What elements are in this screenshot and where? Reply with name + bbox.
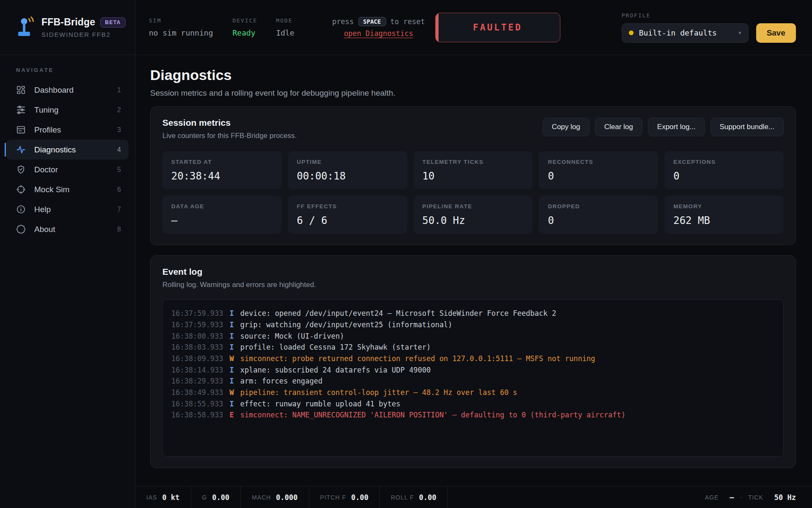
crosshair-icon — [16, 185, 26, 194]
metric-label: DROPPED — [548, 203, 649, 210]
mode-value: Idle — [276, 28, 294, 37]
sidebar-item-doctor[interactable]: Doctor 5 — [6, 160, 129, 179]
metric-exceptions: EXCEPTIONS 0 — [664, 151, 784, 189]
profile-select[interactable]: Built-in defaults ▾ — [622, 23, 749, 43]
metric-label: PIPELINE RATE — [422, 203, 524, 210]
metric-data-age: DATA AGE — — [162, 196, 282, 234]
topbar: SIM no sim running DEVICE Ready MODE Idl… — [135, 0, 812, 55]
sidebar-item-mock-sim[interactable]: Mock Sim 6 — [6, 179, 129, 199]
profile-group: PROFILE Built-in defaults ▾ — [622, 12, 749, 43]
activity-pulse-icon — [16, 145, 26, 155]
log-entry-warning: 16:38:49.933Wpipeline: transient control… — [171, 387, 775, 398]
sidebar-item-about[interactable]: About 8 — [6, 219, 129, 239]
log-message: xplane: subscribed 24 datarefs via UDP 4… — [240, 366, 431, 374]
metric-dropped: DROPPED 0 — [539, 196, 658, 234]
profile-label: PROFILE — [622, 12, 749, 19]
metric-value: 262 MB — [673, 215, 775, 226]
log-message: device: opened /dev/input/event24 — Micr… — [240, 309, 556, 318]
sidebar-item-profiles[interactable]: Profiles 3 — [6, 120, 129, 140]
log-actions: Copy log Clear log Export log... Support… — [543, 118, 784, 136]
statusbar-label: IAS — [146, 494, 157, 501]
metric-label: EXCEPTIONS — [673, 159, 775, 165]
page-title: Diagnostics — [150, 67, 796, 83]
info-circle-icon — [16, 204, 26, 214]
device-label: DEVICE — [233, 17, 258, 24]
space-key-chip: SPACE — [358, 17, 386, 26]
metric-label: FF EFFECTS — [297, 203, 398, 210]
metric-value: 00:00:18 — [297, 170, 398, 182]
statusbar-right-group: AGE — · TICK 50 Hz — [705, 486, 812, 508]
metric-uptime: UPTIME 00:00:18 — [288, 151, 407, 189]
support-bundle-button[interactable]: Support bundle... — [710, 118, 784, 136]
open-diagnostics-link[interactable]: open Diagnostics — [344, 29, 413, 38]
log-entry: 16:38:55.933Ieffect: runway rumble uploa… — [171, 398, 775, 410]
profile-status-dot — [629, 30, 634, 35]
to-reset-text: to reset — [390, 17, 425, 26]
log-message: pipeline: transient control-loop jitter … — [240, 388, 517, 397]
log-level: I — [230, 320, 234, 329]
profile-selected-value: Built-in defaults — [639, 28, 733, 37]
brand-header: FFB-Bridge BETA SIDEWINDER FFB2 — [0, 0, 135, 55]
app-window: FFB-Bridge BETA SIDEWINDER FFB2 NAVIGATE… — [0, 0, 812, 508]
app-title: FFB-Bridge — [41, 17, 95, 28]
save-button[interactable]: Save — [756, 23, 796, 43]
log-entry: 16:37:59.933Idevice: opened /dev/input/e… — [171, 308, 775, 319]
metric-value: 6 / 6 — [297, 215, 398, 226]
metric-label: MEMORY — [673, 203, 775, 210]
log-message: arm: forces engaged — [240, 377, 322, 385]
log-message: effect: runway rumble upload 41 bytes — [240, 400, 401, 408]
statusbar-value: 0 kt — [162, 493, 180, 502]
sidebar-item-help[interactable]: Help 7 — [6, 199, 129, 219]
sidebar-item-shortcut: 7 — [117, 206, 121, 213]
telemetry-statusbar: IAS 0 kt G 0.00 MACH 0.000 PITCH F 0.00 … — [135, 486, 812, 508]
mode-status-group: MODE Idle — [276, 17, 294, 37]
event-log-title: Event log — [162, 267, 316, 277]
sim-status-group: SIM no sim running — [149, 17, 213, 37]
copy-log-button[interactable]: Copy log — [543, 118, 590, 136]
log-level: W — [230, 354, 234, 363]
log-level: I — [230, 400, 234, 408]
metric-label: RECONNECTS — [548, 159, 649, 165]
export-log-button[interactable]: Export log... — [648, 118, 705, 136]
event-log-panel[interactable]: 16:37:59.933Idevice: opened /dev/input/e… — [162, 299, 784, 457]
dashboard-icon — [16, 85, 26, 95]
sidebar-item-label: Doctor — [34, 165, 58, 174]
log-entry: 16:38:14.933Ixplane: subscribed 24 datar… — [171, 364, 775, 376]
metric-started-at: STARTED AT 20:38:44 — [162, 151, 282, 189]
metric-telemetry-ticks: TELEMETRY TICKS 10 — [414, 151, 533, 189]
content-column: SIM no sim running DEVICE Ready MODE Idl… — [135, 0, 812, 508]
statusbar-cell-g: G 0.00 — [191, 486, 241, 508]
sidebar-item-dashboard[interactable]: Dashboard 1 — [6, 80, 129, 100]
statusbar-label: ROLL F — [391, 494, 414, 501]
device-value: Ready — [233, 28, 258, 37]
metric-value: 50.0 Hz — [422, 215, 524, 226]
statusbar-value: 0.00 — [419, 493, 436, 502]
device-status-group: DEVICE Ready — [233, 17, 258, 37]
sidebar-item-tuning[interactable]: Tuning 2 — [6, 100, 129, 120]
sidebar-nav: NAVIGATE Dashboard 1 Tuning 2 Profi — [0, 55, 135, 239]
log-time: 16:38:03.933 — [171, 343, 223, 351]
event-log-subtitle: Rolling log. Warnings and errors are hig… — [162, 281, 316, 289]
sim-value: no sim running — [149, 28, 213, 37]
age-value: — — [730, 493, 734, 502]
event-log-card: Event log Rolling log. Warnings and erro… — [150, 255, 796, 468]
tick-label: TICK — [748, 494, 763, 501]
sidebar-item-shortcut: 6 — [117, 186, 121, 193]
statusbar-value: 0.00 — [212, 493, 229, 502]
log-level: I — [230, 377, 234, 385]
log-entry-error: 16:38:58.933Esimconnect: NAME_UNRECOGNIZ… — [171, 409, 775, 421]
log-entry: 16:38:29.933Iarm: forces engaged — [171, 375, 775, 387]
metric-value: 0 — [548, 215, 649, 226]
log-time: 16:38:29.933 — [171, 377, 223, 385]
statusbar-cell-mach: MACH 0.000 — [241, 486, 309, 508]
statusbar-label: G — [202, 494, 207, 501]
clear-log-button[interactable]: Clear log — [595, 118, 642, 136]
sidebar-item-shortcut: 3 — [117, 126, 121, 134]
log-message: simconnect: NAME_UNRECOGNIZED 'AILERON P… — [240, 411, 625, 419]
log-entry-warning: 16:38:09.933Wsimconnect: probe returned … — [171, 353, 775, 364]
log-time: 16:38:58.933 — [171, 411, 223, 419]
fault-status-badge[interactable]: FAULTED — [435, 13, 560, 42]
metric-memory: MEMORY 262 MB — [664, 196, 784, 234]
sidebar-item-diagnostics[interactable]: Diagnostics 4 — [6, 140, 129, 160]
tick-value: 50 Hz — [774, 493, 796, 502]
